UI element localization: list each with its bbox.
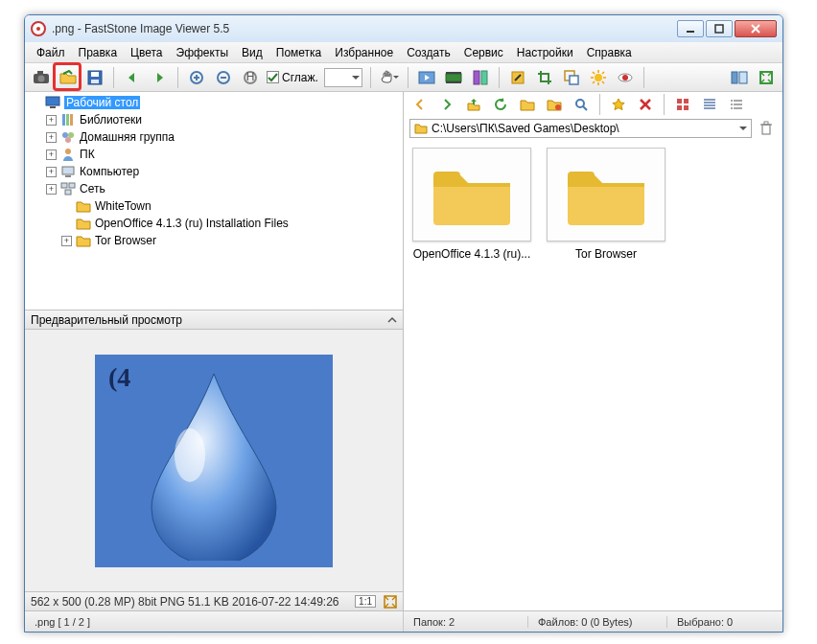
fullscreen-icon[interactable] — [756, 67, 777, 88]
menu-service[interactable]: Сервис — [458, 44, 509, 61]
redeye-icon[interactable] — [615, 67, 636, 88]
layout-icon[interactable] — [729, 67, 750, 88]
crop-icon[interactable] — [534, 67, 555, 88]
tree-expander[interactable]: + — [61, 236, 72, 246]
edit-icon[interactable] — [507, 67, 528, 88]
brightness-icon[interactable] — [588, 67, 609, 88]
tree-item[interactable]: +Компьютер — [27, 163, 401, 180]
forward-icon[interactable] — [149, 67, 170, 88]
svg-rect-55 — [69, 183, 75, 188]
thumbnail-label: OpenOffice 4.1.3 (ru)... — [413, 247, 531, 261]
svg-point-29 — [595, 74, 602, 81]
svg-rect-66 — [677, 105, 682, 110]
menu-create[interactable]: Создать — [401, 44, 456, 61]
tree-label: ПК — [80, 148, 95, 161]
svg-rect-23 — [446, 81, 461, 83]
tree-label: Компьютер — [80, 165, 139, 178]
tree-item[interactable]: +Библиотеки — [27, 111, 401, 128]
chevron-down-icon[interactable] — [739, 125, 747, 132]
slideshow-icon[interactable] — [416, 67, 437, 88]
save-icon[interactable] — [84, 67, 105, 88]
app-icon — [31, 21, 46, 36]
tree-label: WhiteTown — [95, 199, 152, 213]
smooth-toggle[interactable]: Сглаж. — [267, 71, 318, 84]
right-pane: C:\Users\ПК\Saved Games\Desktop\ OpenOff… — [404, 92, 782, 610]
tree-item[interactable]: Рабочий стол — [27, 94, 401, 111]
svg-rect-11 — [91, 80, 99, 83]
capture-icon[interactable] — [31, 67, 52, 88]
menu-colors[interactable]: Цвета — [125, 44, 168, 61]
back-icon[interactable] — [122, 67, 143, 88]
tree-expander[interactable]: + — [46, 132, 57, 143]
svg-rect-46 — [66, 114, 69, 126]
tree-item[interactable]: +Tor Browser — [27, 232, 401, 249]
svg-point-77 — [731, 107, 733, 109]
thumbnail-item[interactable]: Tor Browser — [546, 148, 666, 261]
preview-area[interactable]: (4 — [25, 330, 403, 591]
address-input[interactable]: C:\Users\ПК\Saved Games\Desktop\ — [409, 119, 752, 138]
nav-refresh-icon[interactable] — [490, 94, 511, 115]
menu-tag[interactable]: Пометка — [270, 44, 328, 61]
trash-icon[interactable] — [756, 118, 777, 139]
svg-point-51 — [65, 149, 71, 154]
titlebar[interactable]: .png - FastStone Image Viewer 5.5 — [25, 15, 782, 42]
nav-search-icon[interactable] — [571, 94, 592, 115]
zoom-combo[interactable] — [324, 68, 362, 87]
close-button[interactable] — [735, 20, 777, 37]
svg-rect-45 — [62, 114, 65, 126]
tree-expander[interactable]: + — [46, 167, 57, 177]
hand-icon[interactable] — [379, 67, 400, 88]
tree-expander[interactable]: + — [46, 184, 57, 195]
thumbnail-item[interactable]: OpenOffice 4.1.3 (ru)... — [411, 148, 532, 261]
status-folders: Папок: 2 — [404, 616, 528, 628]
preview-collapse-icon[interactable] — [387, 315, 397, 325]
tree-item[interactable]: +Сеть — [27, 180, 401, 197]
nav-folder-icon[interactable] — [517, 94, 538, 115]
svg-rect-41 — [739, 72, 747, 83]
separator — [408, 67, 408, 88]
view-list-icon[interactable] — [726, 94, 747, 115]
menu-effects[interactable]: Эффекты — [171, 44, 235, 61]
tree-item[interactable]: WhiteTown — [27, 197, 401, 215]
nav-forward-icon[interactable] — [436, 94, 457, 115]
menu-settings[interactable]: Настройки — [511, 44, 579, 61]
expand-icon[interactable] — [384, 595, 397, 609]
tree-item[interactable]: OpenOffice 4.1.3 (ru) Installation Files — [27, 215, 401, 232]
thumbnail-label: Tor Browser — [575, 247, 637, 261]
menu-file[interactable]: Файл — [31, 44, 71, 61]
zoom-ratio-button[interactable]: 1:1 — [355, 595, 376, 608]
svg-rect-25 — [481, 71, 487, 84]
menu-help[interactable]: Справка — [581, 44, 638, 61]
svg-rect-10 — [91, 72, 99, 77]
thumbnail-area[interactable]: OpenOffice 4.1.3 (ru)...Tor Browser — [404, 140, 782, 610]
maximize-button[interactable] — [706, 20, 733, 37]
filmstrip-icon[interactable] — [443, 67, 464, 88]
nav-star-icon[interactable] — [608, 94, 629, 115]
resize-icon[interactable] — [561, 67, 582, 88]
zoom-out-icon[interactable] — [213, 67, 234, 88]
nav-back-icon[interactable] — [409, 94, 431, 115]
tree-item[interactable]: +ПК — [27, 146, 401, 163]
fit-icon[interactable]: H — [240, 67, 261, 88]
open-folder-icon[interactable] — [58, 67, 79, 88]
menu-view[interactable]: Вид — [236, 44, 268, 61]
tree-label: Сеть — [80, 182, 105, 196]
separator — [599, 94, 600, 115]
compare-icon[interactable] — [470, 67, 491, 88]
view-details-icon[interactable] — [699, 94, 720, 115]
smooth-label: Сглаж. — [282, 71, 318, 84]
nav-folder2-icon[interactable] — [544, 94, 565, 115]
nav-delete-icon[interactable] — [635, 94, 656, 115]
tree-item[interactable]: +Домашняя группа — [27, 128, 401, 146]
svg-rect-52 — [62, 167, 74, 174]
view-thumbs-icon[interactable] — [672, 94, 693, 115]
nav-up-icon[interactable] — [463, 94, 484, 115]
tree-expander[interactable]: + — [46, 115, 57, 126]
tree-expander[interactable]: + — [46, 150, 57, 160]
minimize-button[interactable] — [677, 20, 704, 37]
svg-point-7 — [38, 75, 45, 81]
zoom-in-icon[interactable] — [186, 67, 207, 88]
folder-tree[interactable]: Рабочий стол+Библиотеки+Домашняя группа+… — [25, 92, 403, 310]
menu-favorites[interactable]: Избранное — [329, 44, 399, 61]
menu-edit[interactable]: Правка — [73, 44, 124, 61]
